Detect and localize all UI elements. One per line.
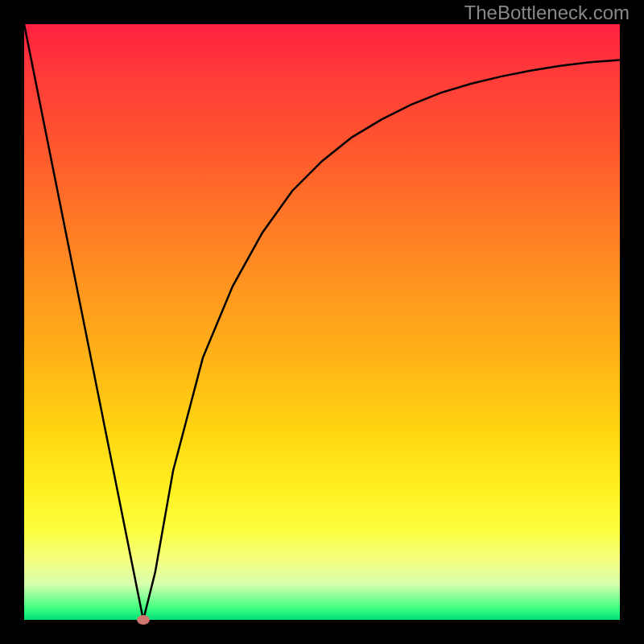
chart-container: TheBottleneck.com bbox=[0, 0, 644, 644]
bottleneck-curve-line bbox=[24, 24, 620, 620]
optimal-point-marker bbox=[137, 615, 150, 625]
watermark-text: TheBottleneck.com bbox=[464, 2, 630, 24]
curve-svg bbox=[24, 24, 620, 620]
